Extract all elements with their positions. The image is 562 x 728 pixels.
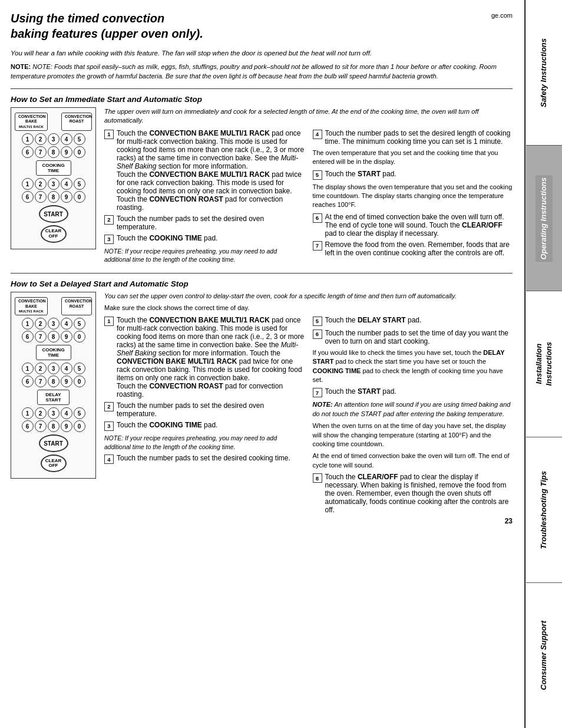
num-btn-12[interactable]: 2 (35, 178, 47, 190)
start-button-1[interactable]: START (39, 205, 68, 223)
s2-step-num-8: 8 (313, 473, 322, 483)
section1-step-5: 5 Touch the START pad. (313, 170, 513, 180)
num-btn-10[interactable]: 0 (74, 191, 85, 203)
s2-num-27[interactable]: 7 (35, 375, 47, 387)
s2-num-4[interactable]: 4 (61, 318, 72, 330)
step-text-5: Touch the START pad. (325, 170, 513, 178)
s2-numpad-row-2b: 6 7 8 9 0 (15, 375, 92, 387)
step-num-1: 1 (104, 130, 114, 139)
s2-num-28[interactable]: 8 (48, 375, 59, 387)
numpad-row-1a: 1 2 3 4 5 (15, 133, 92, 145)
s2-num-26[interactable]: 6 (22, 375, 34, 387)
num-btn-13[interactable]: 3 (48, 178, 59, 190)
s2-num-0[interactable]: 0 (74, 331, 85, 342)
page-title: Using the timed convection baking featur… (11, 11, 203, 41)
s2-num-39[interactable]: 9 (61, 420, 72, 432)
delay-start-box[interactable]: DELAYSTART (37, 390, 70, 405)
s2-step-num-5: 5 (313, 317, 322, 326)
s2-step-num-6: 6 (313, 330, 322, 339)
convection-bake-btn-2[interactable]: CONVECTIONBAKEMULTI/1 RACK (15, 297, 48, 315)
convection-roast-btn-2[interactable]: CONVECTIONROAST (61, 297, 92, 315)
section1-step-6: 6 At the end of timed convection bake th… (313, 213, 513, 238)
s2-num-1[interactable]: 1 (22, 318, 34, 330)
s2-num-38[interactable]: 8 (48, 420, 59, 432)
cooking-time-box-2[interactable]: COOKINGTIME (36, 345, 71, 360)
num-btn-9[interactable]: 9 (61, 146, 72, 158)
section2-intro: You can set the upper oven control to de… (104, 292, 513, 301)
section1-step-7: 7 Remove the food from the oven. Remembe… (313, 241, 513, 257)
section1-step-3: 3 Touch the COOKING TIME pad. (104, 234, 305, 244)
section2-right: You can set the upper oven control to de… (104, 292, 513, 525)
start-button-2[interactable]: START (39, 434, 68, 452)
s2-num-20[interactable]: 0 (74, 375, 85, 387)
num-btn-17[interactable]: 7 (35, 191, 47, 203)
s2-step-text-1: Touch the CONVECTION BAKE MULTI/1 RACK p… (117, 316, 305, 398)
sidebar-safety-label: Safety Instructions (539, 38, 549, 107)
sidebar-safety: Safety Instructions (526, 0, 562, 146)
sidebar-consumer-label: Consumer Support (539, 621, 549, 690)
convection-bake-btn-1[interactable]: CONVECTIONBAKEMULTI/1 RACK (15, 113, 48, 131)
s2-num-32[interactable]: 2 (35, 407, 47, 419)
s2-step-1: 1 Touch the CONVECTION BAKE MULTI/1 RACK… (104, 316, 305, 398)
num-btn-4[interactable]: 4 (61, 133, 72, 145)
step-num-3: 3 (104, 235, 114, 244)
s2-num-2[interactable]: 2 (35, 318, 47, 330)
s2-num-9[interactable]: 9 (61, 331, 72, 342)
s2-num-31[interactable]: 1 (22, 407, 34, 419)
step-num-4: 4 (313, 130, 322, 139)
s2-num-29[interactable]: 9 (61, 375, 72, 387)
sidebar-consumer: Consumer Support (526, 583, 562, 728)
s2-num-25[interactable]: 5 (74, 363, 85, 374)
step-text-3: Touch the COOKING TIME pad. (117, 234, 305, 242)
s2-num-3[interactable]: 3 (48, 318, 59, 330)
s2-step-num-2: 2 (104, 402, 114, 411)
s2-text-right-3: At the end of timed convection bake the … (313, 452, 513, 470)
sidebar-troubleshooting: Troubleshooting Tips (526, 437, 562, 583)
num-btn-0[interactable]: 0 (74, 146, 85, 158)
s2-numpad-row-2a: 1 2 3 4 5 (15, 363, 92, 374)
s2-num-37[interactable]: 7 (35, 420, 47, 432)
s2-num-8[interactable]: 8 (48, 331, 59, 342)
s2-num-23[interactable]: 3 (48, 363, 59, 374)
s2-num-21[interactable]: 1 (22, 363, 34, 374)
num-btn-2[interactable]: 2 (35, 133, 47, 145)
num-btn-11[interactable]: 1 (22, 178, 34, 190)
s2-num-22[interactable]: 2 (35, 363, 47, 374)
s2-num-34[interactable]: 4 (61, 407, 72, 419)
s2-num-33[interactable]: 3 (48, 407, 59, 419)
section2-title: How to Set a Delayed Start and Automatic… (11, 279, 513, 288)
oven-panel-1: CONVECTIONBAKEMULTI/1 RACK CONVECTIONROA… (11, 107, 96, 249)
s2-num-24[interactable]: 4 (61, 363, 72, 374)
clear-button-1[interactable]: CLEAROFF (41, 225, 67, 243)
num-btn-14[interactable]: 4 (61, 178, 72, 190)
s2-step-2: 2 Touch the number pads to set the desir… (104, 401, 305, 418)
s2-num-36[interactable]: 6 (22, 420, 34, 432)
num-btn-16[interactable]: 6 (22, 191, 34, 203)
num-btn-7[interactable]: 7 (35, 146, 47, 158)
s2-num-30[interactable]: 0 (74, 420, 85, 432)
sidebar-installation-label: InstallationInstructions (534, 342, 554, 386)
section-divider-2 (11, 273, 513, 274)
num-btn-15[interactable]: 5 (74, 178, 85, 190)
num-btn-1[interactable]: 1 (22, 133, 34, 145)
s2-num-7[interactable]: 7 (35, 331, 47, 342)
num-btn-8[interactable]: 8 (48, 146, 59, 158)
s2-num-35[interactable]: 5 (74, 407, 85, 419)
num-btn-19[interactable]: 9 (61, 191, 72, 203)
sidebar: Safety Instructions Operating Instructio… (525, 0, 562, 728)
section1-intro: The upper oven will turn on immediately … (104, 107, 513, 126)
num-btn-5[interactable]: 5 (74, 133, 85, 145)
section2-layout: CONVECTIONBAKEMULTI/1 RACK CONVECTIONROA… (11, 292, 513, 525)
s2-step-text-7: Touch the START pad. (325, 387, 513, 396)
section2-steps-right: 5 Touch the DELAY START pad. 6 Touch the… (313, 316, 513, 525)
s2-num-5[interactable]: 5 (74, 318, 85, 330)
num-btn-3[interactable]: 3 (48, 133, 59, 145)
convection-roast-btn-1[interactable]: CONVECTIONROAST (61, 113, 92, 131)
s2-step-4: 4 Touch the number pads to set the desir… (104, 454, 305, 464)
num-btn-6[interactable]: 6 (22, 146, 34, 158)
cooking-time-box-1[interactable]: COOKINGTIME (36, 160, 71, 176)
s2-num-6[interactable]: 6 (22, 331, 34, 342)
num-btn-18[interactable]: 8 (48, 191, 59, 203)
clear-button-2[interactable]: CLEAROFF (41, 454, 67, 472)
sidebar-operating-label: Operating Instructions (535, 175, 553, 262)
